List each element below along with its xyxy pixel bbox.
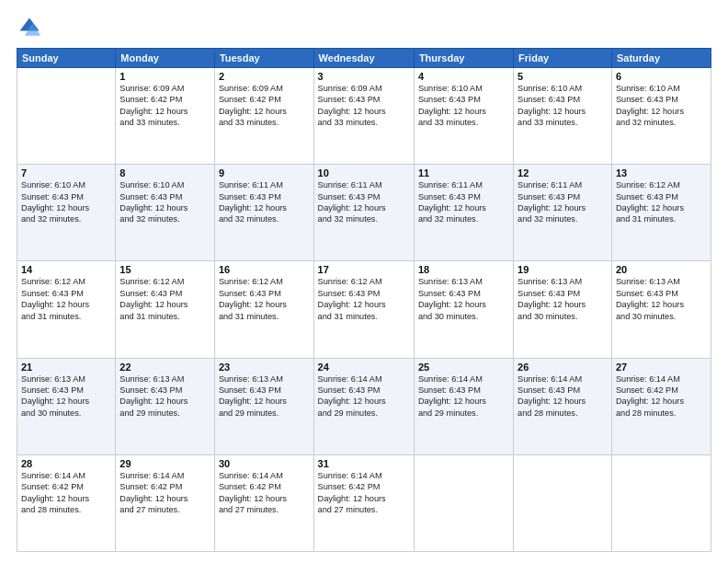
day-info: Sunrise: 6:09 AM Sunset: 6:43 PM Dayligh… [318,83,410,129]
calendar-cell: 29Sunrise: 6:14 AM Sunset: 6:42 PM Dayli… [116,454,215,551]
calendar-cell: 6Sunrise: 6:10 AM Sunset: 6:43 PM Daylig… [611,68,711,165]
day-number: 4 [418,71,509,82]
calendar-cell: 11Sunrise: 6:11 AM Sunset: 6:43 PM Dayli… [414,165,513,261]
calendar-cell: 20Sunrise: 6:13 AM Sunset: 6:43 PM Dayli… [611,261,711,358]
day-number: 1 [119,71,210,82]
day-number: 22 [119,362,210,373]
calendar-cell: 21Sunrise: 6:13 AM Sunset: 6:43 PM Dayli… [17,358,116,454]
calendar-cell: 23Sunrise: 6:13 AM Sunset: 6:43 PM Dayli… [214,358,313,454]
calendar-cell: 12Sunrise: 6:11 AM Sunset: 6:43 PM Dayli… [514,165,612,261]
calendar-cell: 30Sunrise: 6:14 AM Sunset: 6:42 PM Dayli… [214,454,313,551]
calendar-cell: 16Sunrise: 6:12 AM Sunset: 6:43 PM Dayli… [214,261,313,358]
day-number: 21 [21,362,111,373]
calendar-cell: 28Sunrise: 6:14 AM Sunset: 6:42 PM Dayli… [17,454,116,551]
col-header-thursday: Thursday [414,49,513,68]
day-number: 17 [318,264,410,275]
day-number: 3 [318,71,410,82]
day-number: 15 [119,264,210,275]
day-number: 20 [616,264,707,275]
day-info: Sunrise: 6:11 AM Sunset: 6:43 PM Dayligh… [518,179,608,225]
col-header-friday: Friday [514,49,612,68]
day-number: 25 [418,362,509,373]
calendar-cell: 4Sunrise: 6:10 AM Sunset: 6:43 PM Daylig… [414,68,513,165]
calendar-cell: 24Sunrise: 6:14 AM Sunset: 6:43 PM Dayli… [313,358,414,454]
calendar-table: SundayMondayTuesdayWednesdayThursdayFrid… [17,48,711,552]
day-number: 16 [219,264,310,275]
day-number: 2 [219,71,310,82]
day-info: Sunrise: 6:13 AM Sunset: 6:43 PM Dayligh… [616,276,707,322]
day-info: Sunrise: 6:12 AM Sunset: 6:43 PM Dayligh… [318,276,410,322]
day-number: 12 [518,167,608,178]
day-info: Sunrise: 6:11 AM Sunset: 6:43 PM Dayligh… [318,179,410,225]
calendar-cell [414,454,513,551]
calendar-cell: 1Sunrise: 6:09 AM Sunset: 6:42 PM Daylig… [116,68,215,165]
calendar-cell: 18Sunrise: 6:13 AM Sunset: 6:43 PM Dayli… [414,261,513,358]
day-info: Sunrise: 6:14 AM Sunset: 6:43 PM Dayligh… [518,373,608,419]
day-info: Sunrise: 6:14 AM Sunset: 6:42 PM Dayligh… [119,470,210,516]
day-info: Sunrise: 6:09 AM Sunset: 6:42 PM Dayligh… [219,83,310,129]
day-info: Sunrise: 6:11 AM Sunset: 6:43 PM Dayligh… [418,179,509,225]
calendar-cell: 13Sunrise: 6:12 AM Sunset: 6:43 PM Dayli… [611,165,711,261]
calendar-cell: 10Sunrise: 6:11 AM Sunset: 6:43 PM Dayli… [313,165,414,261]
calendar-cell: 17Sunrise: 6:12 AM Sunset: 6:43 PM Dayli… [313,261,414,358]
calendar-cell: 27Sunrise: 6:14 AM Sunset: 6:42 PM Dayli… [611,358,711,454]
day-number: 9 [219,167,310,178]
col-header-saturday: Saturday [611,49,711,68]
calendar-cell: 19Sunrise: 6:13 AM Sunset: 6:43 PM Dayli… [514,261,612,358]
calendar-cell: 25Sunrise: 6:14 AM Sunset: 6:43 PM Dayli… [414,358,513,454]
day-number: 23 [219,362,310,373]
logo [17,15,46,40]
day-info: Sunrise: 6:12 AM Sunset: 6:43 PM Dayligh… [119,276,210,322]
calendar-cell: 2Sunrise: 6:09 AM Sunset: 6:42 PM Daylig… [214,68,313,165]
day-info: Sunrise: 6:13 AM Sunset: 6:43 PM Dayligh… [518,276,608,322]
logo-icon [17,15,42,40]
day-number: 19 [518,264,608,275]
day-number: 28 [21,458,111,469]
day-number: 18 [418,264,509,275]
day-number: 14 [21,264,111,275]
day-info: Sunrise: 6:10 AM Sunset: 6:43 PM Dayligh… [119,179,210,225]
col-header-sunday: Sunday [17,49,116,68]
calendar-cell [17,68,116,165]
calendar-cell: 31Sunrise: 6:14 AM Sunset: 6:42 PM Dayli… [313,454,414,551]
day-number: 13 [616,167,707,178]
day-info: Sunrise: 6:13 AM Sunset: 6:43 PM Dayligh… [21,373,111,419]
day-number: 30 [219,458,310,469]
calendar-cell: 14Sunrise: 6:12 AM Sunset: 6:43 PM Dayli… [17,261,116,358]
day-number: 31 [318,458,410,469]
day-number: 7 [21,167,111,178]
day-number: 26 [518,362,608,373]
day-number: 8 [119,167,210,178]
calendar-cell: 9Sunrise: 6:11 AM Sunset: 6:43 PM Daylig… [214,165,313,261]
day-number: 10 [318,167,410,178]
day-info: Sunrise: 6:13 AM Sunset: 6:43 PM Dayligh… [219,373,310,419]
day-info: Sunrise: 6:11 AM Sunset: 6:43 PM Dayligh… [219,179,310,225]
day-info: Sunrise: 6:14 AM Sunset: 6:42 PM Dayligh… [21,470,111,516]
day-info: Sunrise: 6:14 AM Sunset: 6:43 PM Dayligh… [318,373,410,419]
day-info: Sunrise: 6:09 AM Sunset: 6:42 PM Dayligh… [119,83,210,129]
calendar-cell: 15Sunrise: 6:12 AM Sunset: 6:43 PM Dayli… [116,261,215,358]
day-number: 24 [318,362,410,373]
col-header-wednesday: Wednesday [313,49,414,68]
day-info: Sunrise: 6:13 AM Sunset: 6:43 PM Dayligh… [418,276,509,322]
calendar-cell: 3Sunrise: 6:09 AM Sunset: 6:43 PM Daylig… [313,68,414,165]
day-info: Sunrise: 6:14 AM Sunset: 6:42 PM Dayligh… [219,470,310,516]
calendar-cell: 26Sunrise: 6:14 AM Sunset: 6:43 PM Dayli… [514,358,612,454]
calendar-cell [514,454,612,551]
day-info: Sunrise: 6:14 AM Sunset: 6:42 PM Dayligh… [616,373,707,419]
day-info: Sunrise: 6:12 AM Sunset: 6:43 PM Dayligh… [616,179,707,225]
day-info: Sunrise: 6:10 AM Sunset: 6:43 PM Dayligh… [418,83,509,129]
header [17,15,711,40]
day-number: 29 [119,458,210,469]
day-number: 27 [616,362,707,373]
calendar-cell: 22Sunrise: 6:13 AM Sunset: 6:43 PM Dayli… [116,358,215,454]
day-number: 6 [616,71,707,82]
col-header-tuesday: Tuesday [214,49,313,68]
day-number: 5 [518,71,608,82]
day-info: Sunrise: 6:14 AM Sunset: 6:43 PM Dayligh… [418,373,509,419]
day-info: Sunrise: 6:12 AM Sunset: 6:43 PM Dayligh… [21,276,111,322]
day-info: Sunrise: 6:10 AM Sunset: 6:43 PM Dayligh… [518,83,608,129]
calendar-cell: 8Sunrise: 6:10 AM Sunset: 6:43 PM Daylig… [116,165,215,261]
calendar-cell: 5Sunrise: 6:10 AM Sunset: 6:43 PM Daylig… [514,68,612,165]
day-info: Sunrise: 6:10 AM Sunset: 6:43 PM Dayligh… [21,179,111,225]
